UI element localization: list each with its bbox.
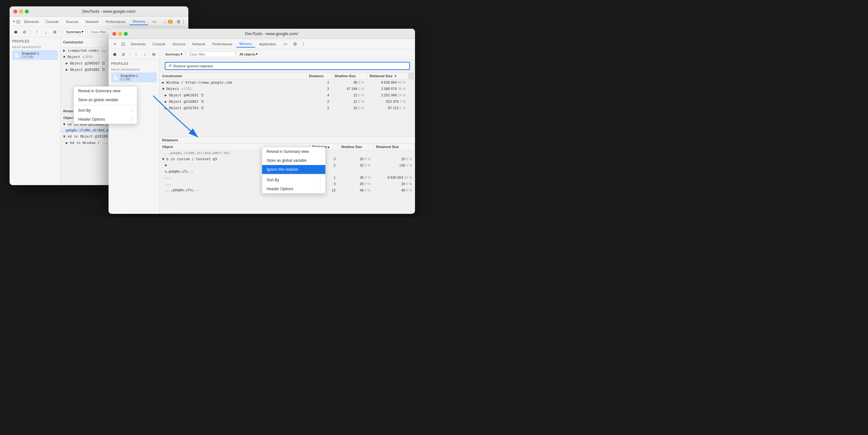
tab-sources-2[interactable]: Sources	[169, 41, 188, 47]
cursor-icon[interactable]: ⌖	[12, 18, 16, 26]
separator-4	[160, 52, 160, 57]
chevron-right-icon: ›	[131, 118, 132, 121]
screenshot-icon[interactable]: ⊡	[16, 18, 20, 26]
separator-ctx2	[262, 175, 325, 175]
tab-memory-1[interactable]: Memory	[129, 18, 149, 25]
toolbar-2: ⏺ ⊘ ↑ ↓ ⊕ Summary ▾ All objects ▾	[108, 49, 415, 59]
tab-performance-1[interactable]: Performance	[102, 19, 129, 25]
chevron-right-icon: ›	[131, 109, 132, 112]
more-icon-2[interactable]: ⋮	[300, 40, 307, 48]
menu-ignore-retainer[interactable]: Ignore this retainer	[262, 165, 325, 174]
tab-performance-2[interactable]: Performance	[209, 41, 236, 47]
tab-sources-1[interactable]: Sources	[63, 19, 82, 25]
tab-more-1[interactable]: >>	[149, 19, 160, 25]
col-retained-r2[interactable]: Retained Size	[373, 144, 415, 150]
tab-application-2[interactable]: Application	[256, 41, 280, 47]
view-select-2[interactable]: Summary ▾	[163, 51, 185, 57]
class-filter-2[interactable]	[187, 51, 235, 57]
restore-bar: ↺ Restore ignored retainers	[160, 59, 415, 73]
clear-btn-2[interactable]: ⊘	[120, 51, 127, 58]
minimize-button-2[interactable]	[118, 32, 122, 36]
col-distance-2[interactable]: Distance	[307, 73, 332, 79]
titlebar-2: DevTools - www.google.com/	[108, 29, 415, 39]
tab-elements-2[interactable]: Elements	[128, 41, 149, 47]
snapshot-name-2: Snapshot 1	[120, 74, 138, 77]
devtools-window-2: DevTools - www.google.com/ ⌖ ⊡ Elements …	[108, 29, 415, 214]
col-retained-2[interactable]: Retained Size ▼	[367, 73, 409, 79]
close-button[interactable]	[13, 9, 17, 13]
constructor-header-2: Constructor Distance Shallow Size Retain…	[160, 73, 415, 80]
snapshot-item-1[interactable]: 📄 Snapshot 1 13.6 MB	[12, 50, 58, 60]
context-menu-2: Reveal in Summary view Store as global v…	[262, 147, 326, 194]
menu-headeropts-2[interactable]: Header Options ›	[262, 184, 325, 193]
settings-icon-1[interactable]: ⚙	[177, 18, 181, 26]
separator-ctx1	[74, 105, 137, 105]
sidebar-1: Profiles HEAP SNAPSHOTS 📄 Snapshot 1 13.…	[9, 37, 61, 185]
context-menu-1: Reveal in Summary view Store as global v…	[73, 86, 137, 124]
table-row[interactable]: ▶ Object @461651 🗒 4 12 0 % 2 251 048 24…	[160, 92, 415, 99]
menu-store-2[interactable]: Store as global variable	[262, 156, 325, 165]
tab-network-1[interactable]: Network	[82, 19, 101, 25]
clear-btn-1[interactable]: ⊘	[21, 28, 28, 35]
col-constructor-1[interactable]: Constructor	[61, 37, 108, 47]
table-row[interactable]: ▶ Window / https://www.google.com 1 36 0…	[160, 80, 415, 86]
menu-sortby-1[interactable]: Sort By ›	[74, 106, 137, 115]
menu-store-1[interactable]: Store as global variable	[74, 95, 137, 104]
profiles-label-2: Profiles	[111, 62, 157, 65]
snapshot-icon-1: 📄	[14, 53, 20, 58]
minimize-button[interactable]	[19, 9, 23, 13]
restore-button[interactable]: ↺ Restore ignored retainers	[165, 62, 410, 70]
menu-headeropts-1[interactable]: Header Options ›	[74, 115, 137, 124]
tab-memory-2[interactable]: Memory	[236, 40, 255, 48]
download-btn-1[interactable]: ↓	[42, 28, 50, 35]
tab-more-2[interactable]: >>	[280, 41, 290, 47]
tab-network-2[interactable]: Network	[189, 41, 209, 47]
snapshot-icon-2: 📄	[113, 75, 118, 80]
record-btn-1[interactable]: ⏺	[12, 28, 19, 35]
warning-badge-1: ⚠2	[160, 18, 176, 25]
col-shallow-r2[interactable]: Shallow Size	[338, 144, 373, 150]
maximize-button-2[interactable]	[124, 32, 128, 36]
window-title-1: DevTools - www.google.com/	[33, 9, 185, 14]
window-title-2: DevTools - www.google.com/	[132, 31, 411, 36]
maximize-button[interactable]	[25, 9, 29, 13]
table-row[interactable]: ▶ Object @241763 🗒 2 16 0 % 87 112 1 %	[160, 105, 415, 112]
titlebar-1: DevTools - www.google.com/	[9, 6, 188, 17]
close-button-2[interactable]	[112, 32, 116, 36]
upload-btn-1[interactable]: ↑	[33, 28, 40, 35]
retainer-banner-2: Retainers	[160, 136, 415, 144]
snapshot-item-2[interactable]: 📄 Snapshot 1 9.3 MB	[111, 72, 157, 82]
snapshot-size-1: 13.6 MB	[21, 55, 39, 59]
more-icon-1[interactable]: ⋮	[181, 18, 186, 26]
sidebar-2: Profiles HEAP SNAPSHOTS 📄 Snapshot 1 9.3…	[108, 59, 160, 214]
dropdown-icon-3: ▾	[181, 52, 183, 56]
download-btn-2[interactable]: ↓	[142, 51, 149, 58]
snapshot-name-1: Snapshot 1	[21, 51, 39, 55]
view-select-1[interactable]: Summary ▾	[64, 29, 86, 35]
traffic-lights-1	[13, 9, 29, 13]
chevron-right-icon-2: ›	[320, 178, 321, 182]
record-btn-2[interactable]: ⏺	[111, 51, 118, 58]
separator-3	[130, 52, 130, 57]
menu-reveal-1[interactable]: Reveal in Summary view	[74, 87, 137, 95]
collect-btn-2[interactable]: ⊕	[150, 51, 157, 58]
tab-bar-1: ⌖ ⊡ Elements Console Sources Network Per…	[9, 17, 188, 27]
tab-console-2[interactable]: Console	[149, 41, 168, 47]
menu-reveal-2[interactable]: Reveal in Summary view	[262, 147, 325, 156]
tab-console-1[interactable]: Console	[42, 19, 62, 25]
upload-btn-2[interactable]: ↑	[132, 51, 140, 58]
table-row[interactable]: ▼ Object x1782 2 47 188 1 % 3 580 576 39…	[160, 86, 415, 92]
tab-elements-1[interactable]: Elements	[21, 19, 42, 25]
cursor-icon-2[interactable]: ⌖	[111, 40, 119, 48]
table-row[interactable]: ▶ Object @216867 🗒 2 12 0 % 622 376 7 %	[160, 99, 415, 105]
settings-icon-2[interactable]: ⚙	[291, 40, 299, 48]
traffic-lights-2	[112, 32, 128, 36]
separator-1	[31, 29, 31, 34]
constructor-table-2: Constructor Distance Shallow Size Retain…	[160, 73, 415, 136]
screenshot-icon-2[interactable]: ⊡	[119, 40, 127, 48]
menu-sortby-2[interactable]: Sort By ›	[262, 176, 325, 184]
col-constructor-2[interactable]: Constructor	[160, 73, 307, 79]
col-shallow-2[interactable]: Shallow Size	[332, 73, 367, 79]
collect-btn-1[interactable]: ⊕	[52, 28, 58, 35]
objects-select-2[interactable]: All objects ▾	[237, 51, 260, 57]
